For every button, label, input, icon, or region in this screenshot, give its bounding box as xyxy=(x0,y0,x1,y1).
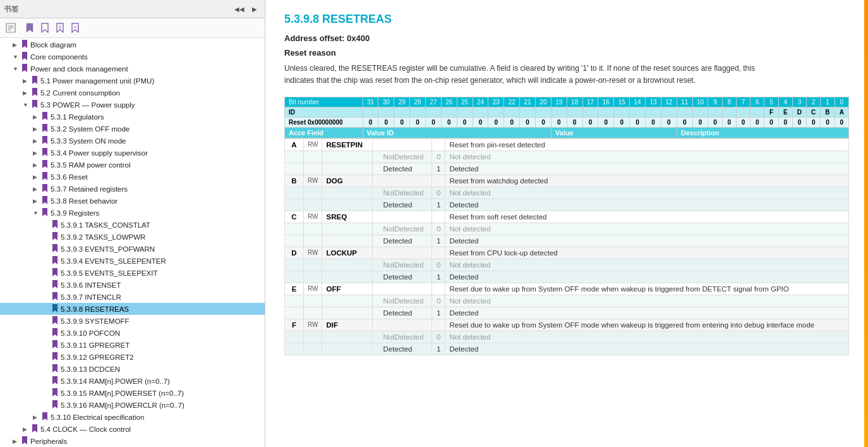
id-empty-10 xyxy=(504,107,520,118)
toc-item-current[interactable]: ▶5.2 Current consumption xyxy=(0,87,265,99)
field-col-header-row: Acce Field Value ID Value Description xyxy=(285,128,849,138)
toc-item-events_sleepexit[interactable]: 5.3.9.5 EVENTS_SLEEPEXIT xyxy=(0,267,265,279)
bookmark-ram-powerset xyxy=(52,388,58,398)
sub-name-F-1 xyxy=(322,343,373,355)
toc-item-gpregret2[interactable]: 5.3.9.12 GPREGRET2 xyxy=(0,351,265,363)
toc-item-retained[interactable]: ▶5.3.7 Retained registers xyxy=(0,183,265,195)
bit-15: 15 xyxy=(614,97,630,107)
id-empty-8 xyxy=(473,107,488,118)
col-desc: Description xyxy=(677,128,848,138)
bookmark-gpregret2 xyxy=(52,352,58,362)
toc-label-registers: 5.3.9 Registers xyxy=(51,209,99,217)
bit-5: 5 xyxy=(764,97,778,107)
expand-arrow-reset: ▶ xyxy=(33,174,40,180)
bit-29: 29 xyxy=(394,97,410,107)
field-name-E: OFF xyxy=(322,283,373,295)
toc-item-dcdcen[interactable]: 5.3.9.13 DCDCEN xyxy=(0,363,265,375)
toc-item-registers[interactable]: ▼5.3.9 Registers xyxy=(0,207,265,219)
rv-17: 0 xyxy=(582,118,598,128)
sub-rw-F-0 xyxy=(304,331,322,343)
toc-item-pmu[interactable]: ▶5.1 Power management unit (PMU) xyxy=(0,75,265,87)
toc-item-block-diagram[interactable]: ▶Block diagram xyxy=(0,39,265,51)
bit-8: 8 xyxy=(722,97,736,107)
sub-id-A-1 xyxy=(285,163,304,175)
sub-valueid-B-1: Detected xyxy=(373,199,432,211)
bit-18: 18 xyxy=(567,97,582,107)
sub-rw-B-1 xyxy=(304,199,322,211)
id-empty-5 xyxy=(425,107,441,118)
sub-desc-F-0: Not detected xyxy=(445,331,849,343)
toc-label-ram-power2: 5.3.9.14 RAM[n].POWER (n=0..7) xyxy=(61,377,170,385)
toc-label-tasks_constlat: 5.3.9.1 TASKS_CONSTLAT xyxy=(61,221,150,229)
field-name-A: RESETPIN xyxy=(322,139,373,151)
expand-arrow-registers: ▼ xyxy=(33,210,40,216)
sub-desc-B-0: Not detected xyxy=(445,187,849,199)
sub-desc-A-0: Not detected xyxy=(445,151,849,163)
toc-item-tasks_constlat[interactable]: 5.3.9.1 TASKS_CONSTLAT xyxy=(0,219,265,231)
bit-23: 23 xyxy=(488,97,504,107)
field-row-B: B RW DOG Reset from watchdog detected xyxy=(285,175,849,187)
toc-item-pss[interactable]: ▶5.3.4 Power supply supervisor xyxy=(0,147,265,159)
bookmark-block-diagram xyxy=(21,40,28,49)
field-name-C: SREQ xyxy=(322,211,373,223)
toc-item-clock[interactable]: ▶5.4 CLOCK — Clock control xyxy=(0,423,265,435)
toc-item-core-components[interactable]: ▼Core components xyxy=(0,51,265,63)
toc-item-reset[interactable]: ▶5.3.6 Reset xyxy=(0,171,265,183)
toc-item-ram-power2[interactable]: 5.3.9.14 RAM[n].POWER (n=0..7) xyxy=(0,375,265,387)
toc-item-power-clock[interactable]: ▼Power and clock management xyxy=(0,63,265,75)
toc-item-sysoff[interactable]: ▶5.3.2 System OFF mode xyxy=(0,123,265,135)
toc-item-systemoff[interactable]: 5.3.9.9 SYSTEMOFF xyxy=(0,315,265,327)
toc-item-reset-beh[interactable]: ▶5.3.8 Reset behavior xyxy=(0,195,265,207)
bit-31: 31 xyxy=(363,97,378,107)
nav-forward-button[interactable]: ▶ xyxy=(248,3,261,15)
toc-item-events_sleepenter[interactable]: 5.3.9.4 EVENTS_SLEEPENTER xyxy=(0,255,265,267)
bookmark-icon-4[interactable] xyxy=(68,21,82,35)
toc-item-gpregret[interactable]: 5.3.9.11 GPREGRET xyxy=(0,339,265,351)
sub-value-E-0: 0 xyxy=(432,295,445,307)
doc-address: Address offset: 0x400 xyxy=(284,34,849,43)
field-desc-E: Reset due to wake up from System OFF mod… xyxy=(445,283,849,295)
bit-0: 0 xyxy=(835,97,848,107)
field-desc-F: Reset due to wake up from System OFF mod… xyxy=(445,319,849,331)
sub-id-A-0 xyxy=(285,151,304,163)
toc-item-syson[interactable]: ▶5.3.3 System ON mode xyxy=(0,135,265,147)
bookmark-icon-2[interactable] xyxy=(38,21,52,35)
bookmark-pmu xyxy=(32,76,38,85)
bit-10: 10 xyxy=(692,97,708,107)
bookmark-events_sleepenter xyxy=(52,256,58,266)
toc-item-events_pofwarn[interactable]: 5.3.9.3 EVENTS_POFWARN xyxy=(0,243,265,255)
toc-item-power-supply[interactable]: ▼5.3 POWER — Power supply xyxy=(0,99,265,111)
toc-item-ram-powerclr[interactable]: 5.3.9.16 RAM[n].POWERCLR (n=0..7) xyxy=(0,399,265,411)
nav-back-button[interactable]: ◀◀ xyxy=(233,3,246,15)
toc-item-ram-power[interactable]: ▶5.3.5 RAM power control xyxy=(0,159,265,171)
expand-arrow-core-components: ▼ xyxy=(13,54,20,60)
field-rw-C: RW xyxy=(304,211,322,223)
bookmark-systemoff xyxy=(52,316,58,326)
rv-30: 0 xyxy=(378,118,394,128)
toc-item-resetreas[interactable]: 5.3.9.8 RESETREAS xyxy=(0,303,265,315)
bookmark-icon-1[interactable] xyxy=(23,21,37,35)
toc-label-power-clock: Power and clock management xyxy=(30,65,128,73)
sub-name-F-0 xyxy=(322,331,373,343)
bit-20: 20 xyxy=(536,97,552,107)
left-panel-icon-1[interactable] xyxy=(4,21,18,35)
field-value-main-A xyxy=(432,139,445,151)
toc-item-pofcon[interactable]: 5.3.9.10 POFCON xyxy=(0,327,265,339)
field-desc-A: Reset from pin-reset detected xyxy=(445,139,849,151)
sub-value-E-1: 1 xyxy=(432,307,445,319)
field-desc-D: Reset from CPU lock-up detected xyxy=(445,247,849,259)
toc-item-intenclr[interactable]: 5.3.9.7 INTENCLR xyxy=(0,291,265,303)
toc-item-intenset[interactable]: 5.3.9.6 INTENSET xyxy=(0,279,265,291)
sub-valueid-E-1: Detected xyxy=(373,307,432,319)
sub-valueid-B-0: NotDetected xyxy=(373,187,432,199)
id-empty-25 xyxy=(736,107,750,118)
toc-item-regulators[interactable]: ▶5.3.1 Regulators xyxy=(0,111,265,123)
field-subrow-F-0: NotDetected 0 Not detected xyxy=(285,331,849,343)
id-empty-16 xyxy=(598,107,614,118)
toc-item-tasks_lowpwr[interactable]: 5.3.9.2 TASKS_LOWPWR xyxy=(0,231,265,243)
toc-item-elec[interactable]: ▶5.3.10 Electrical specification xyxy=(0,411,265,423)
bookmark-icon-3[interactable] xyxy=(53,21,67,35)
toc-item-peripherals[interactable]: ▶Peripherals xyxy=(0,435,265,447)
toc-label-syson: 5.3.3 System ON mode xyxy=(51,137,126,145)
toc-item-ram-powerset[interactable]: 5.3.9.15 RAM[n].POWERSET (n=0..7) xyxy=(0,387,265,399)
